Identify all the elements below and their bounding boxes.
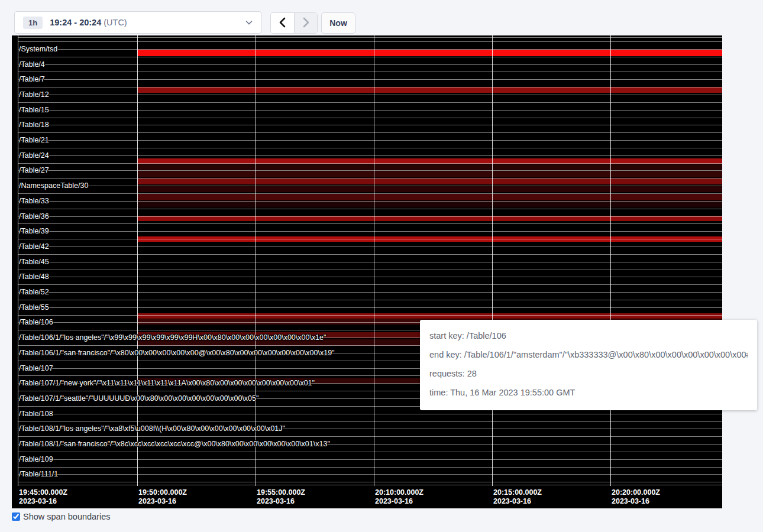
row-key-label: /Table/52 <box>19 288 49 296</box>
row-key-label: /NamespaceTable/30 <box>19 181 88 190</box>
span-boundary-line <box>18 452 722 452</box>
span-boundary-line <box>18 436 722 437</box>
row-key-label: /Table/4 <box>19 60 45 69</box>
span-boundary-line <box>18 209 722 209</box>
show-span-boundaries-checkbox[interactable] <box>12 512 20 521</box>
prev-range-button[interactable] <box>271 13 294 33</box>
row-key-label: /Table/48 <box>19 273 49 281</box>
span-boundary-line <box>18 72 722 72</box>
range-duration-badge: 1h <box>23 17 43 29</box>
tooltip-end-key: end key: /Table/106/1/"amsterdam"/"\xb33… <box>429 349 748 360</box>
time-range-select[interactable]: 1h 19:24 - 20:24 (UTC) <box>14 11 261 34</box>
span-boundary-line <box>18 79 722 80</box>
chevron-down-icon <box>245 20 253 25</box>
row-key-label: /Table/111/1 <box>19 470 58 478</box>
row-key-label: /Table/108/1/"san francisco"/"\x8c\xcc\x… <box>19 440 330 448</box>
axis-date-label: 2023-03-16 <box>257 497 295 506</box>
next-range-button[interactable] <box>294 13 317 33</box>
heatmap-band[interactable] <box>137 50 722 56</box>
span-boundary-line <box>18 277 722 277</box>
row-key-label: /Table/107/1/"seattle"/"UUUUUUD\x00\x80\… <box>19 394 258 403</box>
row-key-label: /Table/27 <box>19 166 49 174</box>
axis-date-label: 2023-03-16 <box>138 497 176 506</box>
span-boundary-line <box>18 140 722 141</box>
time-nav-group <box>270 12 318 34</box>
span-boundary-line <box>18 300 722 300</box>
span-boundary-line <box>18 125 722 125</box>
range-text: 19:24 - 20:24 <box>50 18 101 27</box>
span-boundary-line <box>18 414 722 414</box>
show-span-boundaries-toggle[interactable]: Show span boundaries <box>12 512 111 521</box>
row-key-label: /System/tsd <box>19 45 57 53</box>
span-boundary-line <box>18 223 722 224</box>
heatmap-band[interactable] <box>137 194 722 200</box>
span-boundary-line <box>18 262 722 262</box>
axis-time-label: 19:45:00.000Z <box>19 488 67 497</box>
span-boundary-line <box>18 193 722 194</box>
span-boundary-line <box>18 284 722 285</box>
span-boundary-line <box>18 37 722 38</box>
span-boundary-line <box>18 270 722 270</box>
span-boundary-line <box>18 110 722 111</box>
span-boundary-line <box>18 186 722 186</box>
span-boundary-line <box>18 170 722 171</box>
span-boundary-line <box>18 57 722 57</box>
show-span-boundaries-label: Show span boundaries <box>23 512 111 521</box>
axis-time-label: 20:15:00.000Z <box>493 488 542 497</box>
span-boundary-line <box>18 102 722 103</box>
span-boundary-line <box>18 474 722 475</box>
span-boundary-line <box>18 201 722 202</box>
tooltip-requests: requests: 28 <box>429 368 748 379</box>
heatmap-band[interactable] <box>137 313 722 319</box>
row-key-label: /Table/106/1/"los angeles"/"\x99\x99\x99… <box>19 333 326 342</box>
row-key-label: /Table/18 <box>19 121 49 129</box>
chevron-left-icon <box>279 17 286 30</box>
span-boundary-line <box>18 148 722 148</box>
span-boundary-line <box>18 163 722 164</box>
row-key-label: /Table/109 <box>19 455 53 463</box>
span-boundary-line <box>18 178 722 179</box>
span-boundary-line <box>18 41 722 42</box>
axis-time-label: 20:20:00.000Z <box>612 488 660 497</box>
axis-date-label: 2023-03-16 <box>375 497 413 506</box>
row-key-label: /Table/107/1/"new york"/"\x11\x11\x11\x1… <box>19 379 315 387</box>
tooltip-time: time: Thu, 16 Mar 2023 19:55:00 GMT <box>429 387 748 398</box>
heatmap-band[interactable] <box>137 171 722 177</box>
span-boundary-line <box>18 421 722 422</box>
now-button[interactable]: Now <box>321 12 355 34</box>
row-key-label: /Table/106 <box>19 318 53 326</box>
span-boundary-line <box>18 49 722 50</box>
span-boundary-line <box>18 315 722 316</box>
span-boundary-line <box>18 231 722 232</box>
axis-date-label: 2023-03-16 <box>612 497 649 506</box>
span-boundary-line <box>18 467 722 468</box>
row-key-label: /Table/21 <box>19 136 49 144</box>
heatmap-band[interactable] <box>137 87 722 93</box>
axis-time-label: 20:10:00.000Z <box>375 488 423 497</box>
time-gridline <box>18 35 18 486</box>
span-boundary-line <box>18 155 722 156</box>
row-key-label: /Table/55 <box>19 303 49 312</box>
span-boundary-line <box>18 95 722 95</box>
time-gridline <box>492 35 493 486</box>
heatmap-band[interactable] <box>137 164 722 170</box>
range-timezone: (UTC) <box>104 18 127 27</box>
time-gridline <box>256 35 256 486</box>
heatmap-band[interactable] <box>137 186 722 192</box>
heatmap-band[interactable] <box>137 179 722 184</box>
row-key-label: /Table/106/1/"san francisco"/"\x80\x00\x… <box>19 349 335 357</box>
row-key-label: /Table/108/1/"los angeles"/"\xa8\xf5\u00… <box>19 424 285 433</box>
row-key-label: /Table/15 <box>19 106 49 114</box>
row-key-label: /Table/36 <box>19 212 49 220</box>
span-boundary-line <box>18 216 722 217</box>
row-key-label: /Table/107 <box>19 364 53 372</box>
axis-time-label: 19:50:00.000Z <box>138 488 187 497</box>
row-key-label: /Table/33 <box>19 197 49 205</box>
span-boundary-line <box>18 132 722 133</box>
span-boundary-line <box>18 482 722 482</box>
axis-time-label: 19:55:00.000Z <box>257 488 305 497</box>
row-key-label: /Table/42 <box>19 242 49 251</box>
key-visualizer-canvas[interactable]: /System/tsd/Table/4/Table/7/Table/12/Tab… <box>12 35 722 508</box>
span-boundary-line <box>18 64 722 65</box>
time-gridline <box>610 35 611 486</box>
